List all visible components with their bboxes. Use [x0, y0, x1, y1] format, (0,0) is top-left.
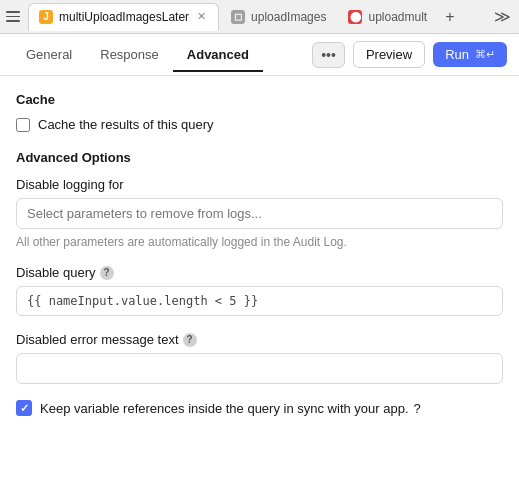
run-button[interactable]: Run ⌘↵	[433, 42, 507, 67]
preview-button[interactable]: Preview	[353, 41, 425, 68]
tab-label-multiupload: multiUploadImagesLater	[59, 10, 189, 24]
disabled-error-help-icon[interactable]: ?	[183, 333, 197, 347]
tab-uploadmult[interactable]: ⬤ uploadmult	[338, 3, 437, 31]
cache-checkbox-label[interactable]: Cache the results of this query	[38, 117, 214, 132]
nav-tab-advanced[interactable]: Advanced	[173, 39, 263, 72]
tab-icon-uploadimages: ◻	[231, 10, 245, 24]
more-button[interactable]: •••	[312, 42, 345, 68]
tab-uploadimages[interactable]: ◻ uploadImages	[221, 3, 336, 31]
disable-query-label: Disable query ?	[16, 265, 503, 280]
nav-tab-response[interactable]: Response	[86, 39, 173, 72]
run-shortcut: ⌘↵	[475, 48, 495, 61]
cache-checkbox-row: Cache the results of this query	[16, 117, 503, 132]
disable-query-input[interactable]	[16, 286, 503, 316]
nav-actions: ••• Preview Run ⌘↵	[312, 41, 507, 68]
cache-section-title: Cache	[16, 92, 503, 107]
disable-logging-hint: All other parameters are automatically l…	[16, 235, 503, 249]
add-tab-button[interactable]: +	[439, 8, 460, 26]
tab-icon-uploadmult: ⬤	[348, 10, 362, 24]
cache-checkbox[interactable]	[16, 118, 30, 132]
tab-bar: J multiUploadImagesLater ✕ ◻ uploadImage…	[0, 0, 519, 34]
keep-sync-label: Keep variable references inside the quer…	[40, 401, 421, 416]
keep-sync-checkbox[interactable]	[16, 400, 32, 416]
tab-label-uploadmult: uploadmult	[368, 10, 427, 24]
tab-icon-multiupload: J	[39, 10, 53, 24]
nav-tab-general[interactable]: General	[12, 39, 86, 72]
tab-close-multiupload[interactable]: ✕	[195, 9, 208, 24]
content-area: Cache Cache the results of this query Ad…	[0, 76, 519, 500]
nav-bar: General Response Advanced ••• Preview Ru…	[0, 34, 519, 76]
keep-sync-help-icon[interactable]: ?	[414, 401, 421, 416]
run-label: Run	[445, 47, 469, 62]
tab-multiupload[interactable]: J multiUploadImagesLater ✕	[28, 3, 219, 31]
disabled-error-label: Disabled error message text ?	[16, 332, 503, 347]
tab-overflow-button[interactable]: ≫	[490, 7, 515, 26]
disable-query-help-icon[interactable]: ?	[100, 266, 114, 280]
disable-logging-input[interactable]	[16, 198, 503, 229]
disabled-error-input[interactable]	[16, 353, 503, 384]
menu-icon[interactable]	[4, 8, 22, 26]
tab-label-uploadimages: uploadImages	[251, 10, 326, 24]
nav-tabs: General Response Advanced	[12, 39, 312, 71]
disable-logging-label: Disable logging for	[16, 177, 503, 192]
advanced-options-title: Advanced Options	[16, 150, 503, 165]
keep-sync-row: Keep variable references inside the quer…	[16, 400, 503, 416]
